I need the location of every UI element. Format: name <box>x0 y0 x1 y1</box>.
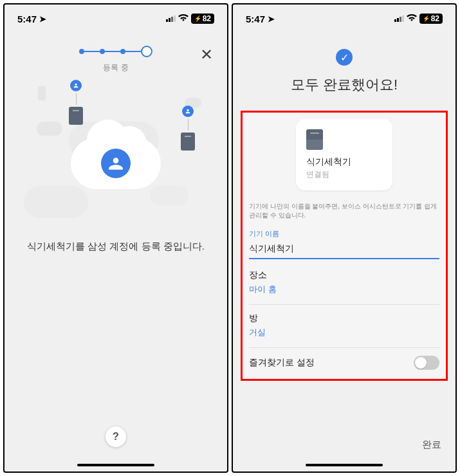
phone-right-complete: 5:47 ➤ ⚡82 ✓ 모두 완료했어요! 식기세척기 연결됨 기기에 나만의… <box>232 3 457 473</box>
help-button[interactable]: ? <box>106 426 126 447</box>
device-name-input[interactable] <box>249 241 439 259</box>
room-value[interactable]: 거실 <box>249 327 439 338</box>
connected-device-icon <box>69 80 83 125</box>
status-bar: 5:47 ➤ ⚡82 <box>5 5 227 33</box>
progress-label: 등록 중 <box>5 62 227 73</box>
check-complete-icon: ✓ <box>336 49 353 66</box>
dishwasher-icon <box>306 129 323 150</box>
location-value[interactable]: 마이 홈 <box>249 284 439 295</box>
location-arrow-icon: ➤ <box>268 14 275 24</box>
favorite-label: 즐겨찾기로 설정 <box>249 357 315 369</box>
battery-icon: ⚡82 <box>419 14 443 24</box>
highlighted-settings-area: 식기세척기 연결됨 기기에 나만의 이름을 붙여주면, 보이스 어시스턴트로 기… <box>241 111 448 381</box>
room-label: 방 <box>249 313 439 324</box>
status-time: 5:47 <box>246 14 265 24</box>
close-button[interactable]: ✕ <box>200 46 213 64</box>
battery-icon: ⚡82 <box>191 14 214 24</box>
complete-title: 모두 완료했어요! <box>233 75 455 95</box>
cellular-signal-icon <box>394 15 404 22</box>
device-card-name: 식기세척기 <box>306 156 382 168</box>
wifi-icon <box>407 14 417 24</box>
status-bar: 5:47 ➤ ⚡82 <box>233 5 455 33</box>
phone-left-registering: 5:47 ➤ ⚡82 ✕ 등록 중 <box>3 3 228 473</box>
location-arrow-icon: ➤ <box>39 14 46 24</box>
helper-text: 기기에 나만의 이름을 붙여주면, 보이스 어시스턴트로 기기를 쉽게 관리할 … <box>249 202 439 220</box>
registering-message: 식기세척기를 삼성 계정에 등록 중입니다. <box>5 241 227 253</box>
done-button[interactable]: 완료 <box>422 439 441 451</box>
wifi-icon <box>178 14 189 24</box>
cellular-signal-icon <box>166 15 176 22</box>
home-indicator[interactable] <box>77 464 154 466</box>
device-card[interactable]: 식기세척기 연결됨 <box>296 119 392 190</box>
cloud-illustration <box>17 86 214 215</box>
device-name-label: 기기 이름 <box>249 229 439 239</box>
connected-device-icon <box>181 105 195 151</box>
home-indicator[interactable] <box>306 464 383 466</box>
user-account-icon <box>101 149 131 178</box>
favorite-toggle[interactable] <box>414 356 439 370</box>
location-label: 장소 <box>249 270 439 281</box>
progress-indicator: ✕ <box>5 33 227 62</box>
device-card-status: 연결됨 <box>306 169 382 180</box>
status-time: 5:47 <box>17 14 37 24</box>
